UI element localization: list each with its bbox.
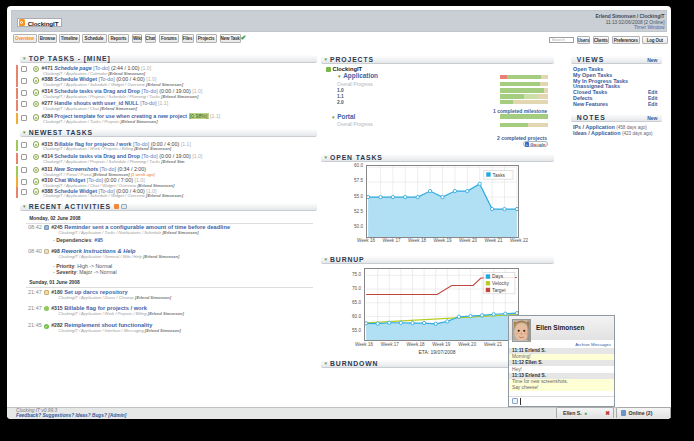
svg-text:Target: Target <box>492 288 506 293</box>
svg-text:Velocity: Velocity <box>492 281 509 286</box>
svg-text:Tasks: Tasks <box>493 172 506 177</box>
svg-text:Days: Days <box>492 274 504 279</box>
